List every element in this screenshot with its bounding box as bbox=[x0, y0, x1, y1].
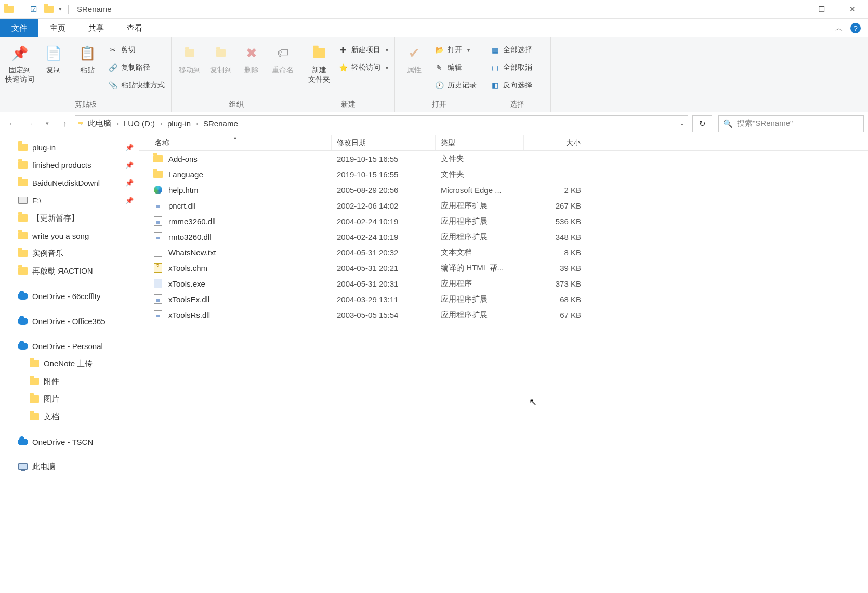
file-date: 2004-05-31 20:32 bbox=[332, 248, 436, 257]
delete-button[interactable]: ✖ 删除 bbox=[238, 41, 266, 75]
copyto-button[interactable]: 复制到 bbox=[207, 41, 235, 75]
new-item-button[interactable]: ✚新建项目▾ bbox=[336, 43, 390, 57]
moveto-button[interactable]: 移动到 bbox=[176, 41, 204, 75]
col-name[interactable]: 名称▴ bbox=[139, 135, 332, 150]
file-type: 文件夹 bbox=[436, 170, 524, 179]
file-row[interactable]: rmto3260.dll2004-02-24 10:19应用程序扩展348 KB bbox=[139, 229, 868, 244]
pin-icon: 📌 bbox=[9, 43, 30, 63]
help-icon[interactable]: ? bbox=[850, 23, 861, 33]
sidebar-item[interactable]: OneDrive - Office365 bbox=[0, 312, 139, 330]
tab-share[interactable]: 共享 bbox=[77, 19, 115, 37]
file-row[interactable]: xTools.exe2004-05-31 20:31应用程序373 KB bbox=[139, 276, 868, 291]
easy-access-button[interactable]: ⭐轻松访问▾ bbox=[336, 60, 390, 75]
folder-icon bbox=[18, 160, 28, 170]
col-size[interactable]: 大小 bbox=[524, 135, 586, 150]
up-button[interactable]: ↑ bbox=[57, 116, 73, 132]
qat-folder-icon[interactable] bbox=[43, 4, 55, 15]
sidebar-item[interactable]: 再啟動 ЯACTION bbox=[0, 262, 139, 280]
pasteshortcut-icon: 📎 bbox=[108, 80, 118, 91]
chevron-right-icon[interactable]: › bbox=[196, 120, 198, 127]
tab-file[interactable]: 文件 bbox=[0, 19, 38, 37]
sidebar-item[interactable]: 附件 bbox=[0, 372, 139, 390]
forward-button[interactable]: → bbox=[22, 116, 37, 132]
sidebar-item[interactable]: 文档 bbox=[0, 408, 139, 426]
sidebar-item[interactable]: write you a song bbox=[0, 227, 139, 244]
back-button[interactable]: ← bbox=[4, 116, 20, 132]
invert-selection-button[interactable]: ◧反向选择 bbox=[488, 78, 534, 93]
sidebar-item[interactable]: 此电脑 bbox=[0, 458, 139, 475]
file-row[interactable]: xToolsRs.dll2003-05-05 15:54应用程序扩展67 KB bbox=[139, 307, 868, 323]
file-size: 373 KB bbox=[524, 279, 586, 288]
new-folder-button[interactable]: 新建 文件夹 bbox=[306, 41, 333, 84]
search-input[interactable]: 🔍 搜索"SRename" bbox=[718, 115, 864, 132]
file-row[interactable]: help.htm2005-08-29 20:56Microsoft Edge .… bbox=[139, 182, 868, 198]
group-open-label: 打开 bbox=[395, 98, 483, 112]
col-type[interactable]: 类型 bbox=[436, 135, 524, 150]
cut-button[interactable]: ✂剪切 bbox=[106, 43, 167, 57]
minimize-button[interactable]: — bbox=[774, 0, 806, 19]
history-button[interactable]: 🕑历史记录 bbox=[432, 78, 479, 93]
refresh-button[interactable]: ↻ bbox=[692, 115, 712, 132]
sidebar[interactable]: plug-in📌finished products📌BaiduNetdiskDo… bbox=[0, 135, 139, 593]
tab-view[interactable]: 查看 bbox=[115, 19, 154, 37]
window-title: SRename bbox=[74, 5, 112, 14]
crumb-1[interactable]: LUO (D:) bbox=[121, 119, 158, 128]
sidebar-item[interactable]: 图片 bbox=[0, 390, 139, 408]
crumb-2[interactable]: plug-in bbox=[164, 119, 194, 128]
close-button[interactable]: ✕ bbox=[837, 0, 868, 19]
sidebar-item[interactable]: F:\📌 bbox=[0, 191, 139, 209]
copy-button[interactable]: 📄 复制 bbox=[38, 41, 69, 75]
sidebar-item[interactable]: 实例音乐 bbox=[0, 244, 139, 262]
sidebar-item-label: OneDrive - Office365 bbox=[32, 317, 106, 326]
properties-button[interactable]: ✔ 属性 bbox=[399, 41, 429, 75]
file-size: 2 KB bbox=[524, 186, 586, 195]
file-date: 2003-05-05 15:54 bbox=[332, 311, 436, 319]
paste-button[interactable]: 📋 粘贴 bbox=[72, 41, 102, 75]
breadcrumb[interactable]: › 此电脑 › LUO (D:) › plug-in › SRename ⌄ bbox=[75, 115, 688, 132]
crumb-3[interactable]: SRename bbox=[200, 119, 241, 128]
file-row[interactable]: xToolsEx.dll2004-03-29 13:11应用程序扩展68 KB bbox=[139, 291, 868, 307]
file-date: 2019-10-15 16:55 bbox=[332, 170, 436, 179]
dll-icon bbox=[153, 216, 163, 226]
paste-shortcut-button[interactable]: 📎粘贴快捷方式 bbox=[106, 78, 167, 93]
sidebar-item[interactable]: OneNote 上传 bbox=[0, 355, 139, 372]
sidebar-item[interactable]: finished products📌 bbox=[0, 156, 139, 174]
sidebar-item[interactable]: OneDrive - 66ccfflty bbox=[0, 287, 139, 305]
file-row[interactable]: Add-ons2019-10-15 16:55文件夹 bbox=[139, 151, 868, 166]
rename-button[interactable]: 🏷 重命名 bbox=[269, 41, 297, 75]
file-row[interactable]: WhatsNew.txt2004-05-31 20:32文本文档8 KB bbox=[139, 244, 868, 260]
select-none-button[interactable]: ▢全部取消 bbox=[488, 60, 534, 75]
chevron-right-icon[interactable]: › bbox=[116, 120, 119, 127]
sidebar-item[interactable]: OneDrive - TSCN bbox=[0, 433, 139, 450]
sidebar-item-label: 附件 bbox=[44, 377, 59, 386]
file-name: rmto3260.dll bbox=[168, 233, 212, 241]
file-type: 应用程序 bbox=[436, 279, 524, 289]
qat-dropdown-icon[interactable]: ▾ bbox=[59, 6, 62, 12]
file-list[interactable]: Add-ons2019-10-15 16:55文件夹Language2019-1… bbox=[139, 151, 868, 593]
file-row[interactable]: rmme3260.dll2004-02-24 10:19应用程序扩展536 KB bbox=[139, 213, 868, 229]
ribbon-collapse-icon[interactable]: ︿ bbox=[835, 23, 843, 33]
file-row[interactable]: xTools.chm2004-05-31 20:21编译的 HTML 帮...3… bbox=[139, 260, 868, 276]
copy-path-button[interactable]: 🔗复制路径 bbox=[106, 60, 167, 75]
col-date[interactable]: 修改日期 bbox=[332, 135, 436, 150]
crumb-0[interactable]: 此电脑 bbox=[85, 119, 114, 128]
sidebar-item[interactable]: BaiduNetdiskDownl📌 bbox=[0, 174, 139, 191]
file-row[interactable]: pncrt.dll2002-12-06 14:02应用程序扩展267 KB bbox=[139, 198, 868, 213]
chevron-right-icon[interactable]: › bbox=[81, 120, 83, 127]
qat-properties-icon[interactable]: ☑ bbox=[28, 4, 39, 15]
sidebar-item[interactable]: 【更新暂存】 bbox=[0, 209, 139, 227]
file-row[interactable]: Language2019-10-15 16:55文件夹 bbox=[139, 166, 868, 182]
breadcrumb-dropdown-icon[interactable]: ⌄ bbox=[680, 120, 685, 127]
tab-home[interactable]: 主页 bbox=[38, 19, 77, 37]
edit-button[interactable]: ✎编辑 bbox=[432, 60, 479, 75]
file-icon bbox=[153, 247, 163, 257]
open-button[interactable]: 📂打开▾ bbox=[432, 43, 479, 57]
chevron-right-icon[interactable]: › bbox=[160, 120, 162, 127]
sidebar-item[interactable]: plug-in📌 bbox=[0, 138, 139, 156]
sidebar-item[interactable]: OneDrive - Personal bbox=[0, 337, 139, 355]
maximize-button[interactable]: ☐ bbox=[806, 0, 837, 19]
select-all-button[interactable]: ▦全部选择 bbox=[488, 43, 534, 57]
titlebar: ☑ ▾ SRename — ☐ ✕ bbox=[0, 0, 868, 19]
recent-dropdown[interactable]: ▾ bbox=[40, 116, 55, 132]
pin-quickaccess-button[interactable]: 📌 固定到 快速访问 bbox=[4, 41, 35, 84]
